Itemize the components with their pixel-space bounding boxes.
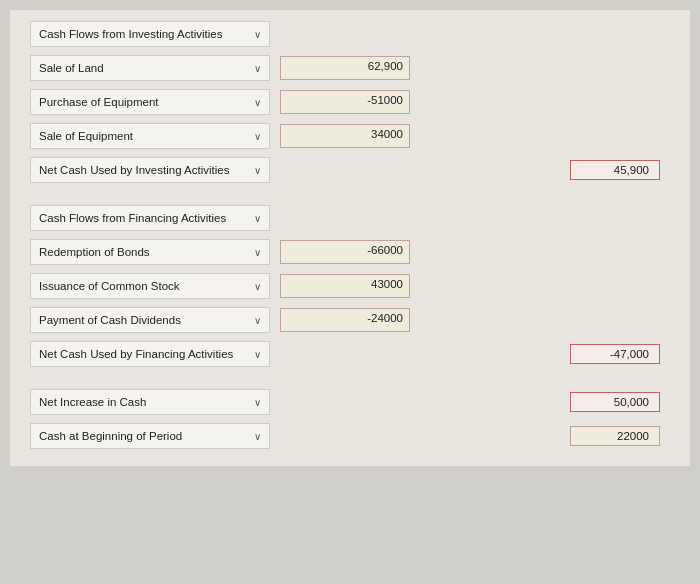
label-box-net-cash-financing[interactable]: Net Cash Used by Financing Activities∨ [30, 341, 270, 367]
row-payment-cash-dividends: Payment of Cash Dividends∨-24000 [30, 306, 670, 334]
input-cell-payment-cash-dividends: -24000 [280, 308, 410, 332]
input-cell-issuance-common-stock: 43000 [280, 274, 410, 298]
label-box-sale-of-equipment[interactable]: Sale of Equipment∨ [30, 123, 270, 149]
label-box-net-increase-cash[interactable]: Net Increase in Cash∨ [30, 389, 270, 415]
input-cell-sale-of-equipment: 34000 [280, 124, 410, 148]
label-cell-net-increase-cash: Net Increase in Cash∨ [30, 389, 270, 415]
total-value-net-cash-investing[interactable]: 45,900 [570, 160, 660, 180]
row-financing-header: Cash Flows from Financing Activities∨ [30, 204, 670, 232]
label-text-investing-header: Cash Flows from Investing Activities [39, 28, 222, 40]
chevron-icon-cash-beginning[interactable]: ∨ [254, 431, 261, 442]
label-text-sale-of-equipment: Sale of Equipment [39, 130, 133, 142]
label-box-payment-cash-dividends[interactable]: Payment of Cash Dividends∨ [30, 307, 270, 333]
row-sale-of-equipment: Sale of Equipment∨34000 [30, 122, 670, 150]
input-value-payment-cash-dividends[interactable]: -24000 [280, 308, 410, 332]
label-text-purchase-of-equipment: Purchase of Equipment [39, 96, 159, 108]
label-box-purchase-of-equipment[interactable]: Purchase of Equipment∨ [30, 89, 270, 115]
label-box-sale-of-land[interactable]: Sale of Land∨ [30, 55, 270, 81]
chevron-icon-sale-of-land[interactable]: ∨ [254, 63, 261, 74]
label-cell-sale-of-land: Sale of Land∨ [30, 55, 270, 81]
chevron-icon-net-cash-investing[interactable]: ∨ [254, 165, 261, 176]
chevron-icon-financing-header[interactable]: ∨ [254, 213, 261, 224]
label-text-payment-cash-dividends: Payment of Cash Dividends [39, 314, 181, 326]
row-net-cash-investing: Net Cash Used by Investing Activities∨45… [30, 156, 670, 184]
label-text-financing-header: Cash Flows from Financing Activities [39, 212, 226, 224]
row-net-increase-cash: Net Increase in Cash∨50,000 [30, 388, 670, 416]
chevron-icon-issuance-common-stock[interactable]: ∨ [254, 281, 261, 292]
row-purchase-of-equipment: Purchase of Equipment∨-51000 [30, 88, 670, 116]
label-text-net-increase-cash: Net Increase in Cash [39, 396, 146, 408]
label-box-cash-beginning[interactable]: Cash at Beginning of Period∨ [30, 423, 270, 449]
label-box-issuance-common-stock[interactable]: Issuance of Common Stock∨ [30, 273, 270, 299]
total-cell-net-increase-cash: 50,000 [410, 392, 670, 412]
label-cell-investing-header: Cash Flows from Investing Activities∨ [30, 21, 270, 47]
label-cell-cash-beginning: Cash at Beginning of Period∨ [30, 423, 270, 449]
label-cell-sale-of-equipment: Sale of Equipment∨ [30, 123, 270, 149]
label-text-net-cash-investing: Net Cash Used by Investing Activities [39, 164, 229, 176]
total-cell-net-cash-financing: -47,000 [410, 344, 670, 364]
spacer [30, 190, 670, 204]
label-text-redemption-of-bonds: Redemption of Bonds [39, 246, 150, 258]
label-box-redemption-of-bonds[interactable]: Redemption of Bonds∨ [30, 239, 270, 265]
label-text-cash-beginning: Cash at Beginning of Period [39, 430, 182, 442]
row-issuance-common-stock: Issuance of Common Stock∨43000 [30, 272, 670, 300]
chevron-icon-payment-cash-dividends[interactable]: ∨ [254, 315, 261, 326]
label-cell-net-cash-financing: Net Cash Used by Financing Activities∨ [30, 341, 270, 367]
label-cell-payment-cash-dividends: Payment of Cash Dividends∨ [30, 307, 270, 333]
chevron-icon-sale-of-equipment[interactable]: ∨ [254, 131, 261, 142]
chevron-icon-purchase-of-equipment[interactable]: ∨ [254, 97, 261, 108]
label-cell-issuance-common-stock: Issuance of Common Stock∨ [30, 273, 270, 299]
label-text-net-cash-financing: Net Cash Used by Financing Activities [39, 348, 233, 360]
label-box-investing-header[interactable]: Cash Flows from Investing Activities∨ [30, 21, 270, 47]
input-value-issuance-common-stock[interactable]: 43000 [280, 274, 410, 298]
row-sale-of-land: Sale of Land∨62,900 [30, 54, 670, 82]
label-cell-net-cash-investing: Net Cash Used by Investing Activities∨ [30, 157, 270, 183]
label-text-issuance-common-stock: Issuance of Common Stock [39, 280, 180, 292]
row-net-cash-financing: Net Cash Used by Financing Activities∨-4… [30, 340, 670, 368]
input-cell-sale-of-land: 62,900 [280, 56, 410, 80]
row-investing-header: Cash Flows from Investing Activities∨ [30, 20, 670, 48]
input-cell-redemption-of-bonds: -66000 [280, 240, 410, 264]
chevron-icon-net-cash-financing[interactable]: ∨ [254, 349, 261, 360]
main-container: Cash Flows from Investing Activities∨Sal… [10, 10, 690, 466]
total-value-cash-beginning[interactable]: 22000 [570, 426, 660, 446]
input-value-sale-of-land[interactable]: 62,900 [280, 56, 410, 80]
input-value-purchase-of-equipment[interactable]: -51000 [280, 90, 410, 114]
chevron-icon-redemption-of-bonds[interactable]: ∨ [254, 247, 261, 258]
label-text-sale-of-land: Sale of Land [39, 62, 104, 74]
chevron-icon-net-increase-cash[interactable]: ∨ [254, 397, 261, 408]
input-value-sale-of-equipment[interactable]: 34000 [280, 124, 410, 148]
spacer [30, 374, 670, 388]
total-value-net-cash-financing[interactable]: -47,000 [570, 344, 660, 364]
label-box-net-cash-investing[interactable]: Net Cash Used by Investing Activities∨ [30, 157, 270, 183]
label-cell-financing-header: Cash Flows from Financing Activities∨ [30, 205, 270, 231]
label-cell-redemption-of-bonds: Redemption of Bonds∨ [30, 239, 270, 265]
row-redemption-of-bonds: Redemption of Bonds∨-66000 [30, 238, 670, 266]
input-cell-purchase-of-equipment: -51000 [280, 90, 410, 114]
total-cell-cash-beginning: 22000 [410, 426, 670, 446]
row-cash-beginning: Cash at Beginning of Period∨22000 [30, 422, 670, 450]
total-value-net-increase-cash[interactable]: 50,000 [570, 392, 660, 412]
label-box-financing-header[interactable]: Cash Flows from Financing Activities∨ [30, 205, 270, 231]
chevron-icon-investing-header[interactable]: ∨ [254, 29, 261, 40]
label-cell-purchase-of-equipment: Purchase of Equipment∨ [30, 89, 270, 115]
total-cell-net-cash-investing: 45,900 [410, 160, 670, 180]
input-value-redemption-of-bonds[interactable]: -66000 [280, 240, 410, 264]
